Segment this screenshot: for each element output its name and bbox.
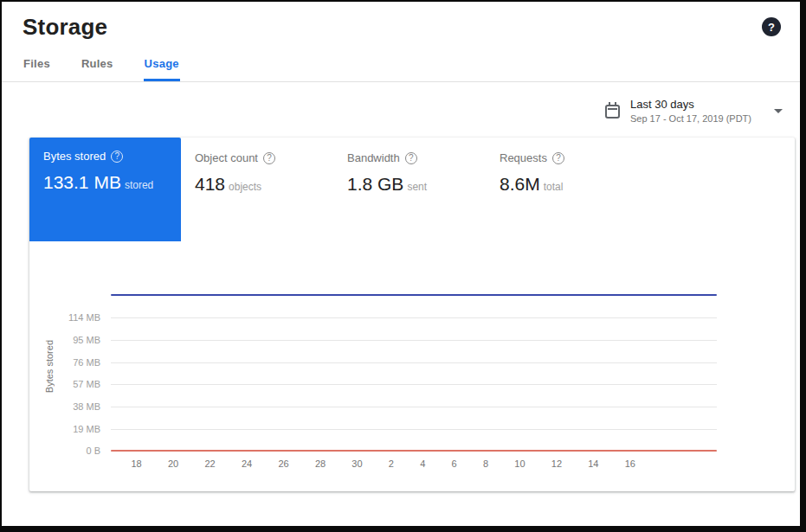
metric-help-icon[interactable]: ? <box>111 151 123 163</box>
chart-plot <box>111 281 717 451</box>
chart-gridline <box>111 340 717 341</box>
chart-gridline <box>111 384 717 385</box>
metric-label: Bandwidth <box>347 151 400 164</box>
tab-files[interactable]: Files <box>23 49 51 81</box>
y-tick-label: 76 MB <box>73 357 100 368</box>
x-tick-label: 10 <box>514 458 525 469</box>
x-tick-label: 8 <box>483 458 488 469</box>
chart-gridline <box>111 429 717 430</box>
metric-value: 1.8 GB <box>347 174 403 194</box>
date-range-label: Last 30 days <box>630 97 751 112</box>
metric-help-icon[interactable]: ? <box>263 152 275 164</box>
y-axis-title: Bytes stored <box>44 340 55 393</box>
y-tick-label: 38 MB <box>73 401 100 412</box>
metric-label-row: Bandwidth ? <box>347 151 472 164</box>
x-tick-label: 4 <box>420 458 425 469</box>
tab-bar: Files Rules Usage <box>2 49 800 82</box>
x-tick-label: 24 <box>242 458 252 469</box>
metric-card-requests[interactable]: Requests ? 8.6Mtotal <box>486 138 638 195</box>
x-tick-label: 30 <box>351 458 362 469</box>
y-tick-label: 114 MB <box>68 312 100 323</box>
x-tick-label: 18 <box>131 458 141 469</box>
usage-chart: Bytes stored 114 MB95 MB76 MB57 MB38 MB1… <box>40 281 717 469</box>
question-mark-icon: ? <box>768 21 775 34</box>
chart-body: Bytes stored 114 MB95 MB76 MB57 MB38 MB1… <box>40 281 717 451</box>
metric-label: Requests <box>500 151 547 164</box>
date-range-selector[interactable]: Last 30 days Sep 17 - Oct 17, 2019 (PDT) <box>630 97 751 125</box>
x-tick-label: 12 <box>551 458 562 469</box>
y-tick-label: 19 MB <box>73 424 100 434</box>
metric-value: 133.1 MB <box>43 172 121 192</box>
series-line-bytes-stored <box>111 294 717 296</box>
x-tick-label: 14 <box>588 458 598 469</box>
storage-page: Storage ? Files Rules Usage Last 30 days… <box>0 0 806 532</box>
metric-label-row: Requests ? <box>500 151 624 164</box>
metric-unit: stored <box>125 179 153 191</box>
x-tick-label: 20 <box>168 458 178 469</box>
metric-label: Object count <box>195 151 258 164</box>
metric-unit: objects <box>229 181 261 193</box>
toolbar: Last 30 days Sep 17 - Oct 17, 2019 (PDT) <box>2 82 800 138</box>
metric-label-row: Object count ? <box>195 151 319 164</box>
metric-value-row: 8.6Mtotal <box>500 174 624 195</box>
tab-rules[interactable]: Rules <box>81 49 114 81</box>
metric-value: 8.6M <box>500 174 540 194</box>
date-range-detail: Sep 17 - Oct 17, 2019 (PDT) <box>630 112 751 125</box>
usage-card: Bytes stored ? 133.1 MBstored Object cou… <box>29 138 795 491</box>
metric-unit: total <box>544 181 564 193</box>
chart-gridline <box>111 362 717 363</box>
help-button[interactable]: ? <box>762 17 781 36</box>
page-title: Storage <box>23 14 107 41</box>
metric-label-row: Bytes stored ? <box>43 150 167 163</box>
metric-card-bytes-stored[interactable]: Bytes stored ? 133.1 MBstored <box>29 138 181 241</box>
metric-card-bandwidth[interactable]: Bandwidth ? 1.8 GBsent <box>333 138 486 195</box>
x-tick-label: 16 <box>625 458 635 469</box>
metric-value-row: 1.8 GBsent <box>347 174 472 195</box>
chart-gridline <box>111 407 717 407</box>
x-tick-label: 22 <box>204 458 215 469</box>
metric-unit: sent <box>407 181 427 193</box>
x-tick-label: 6 <box>452 458 457 469</box>
metric-tabs: Bytes stored ? 133.1 MBstored Object cou… <box>29 138 795 241</box>
x-tick-label: 28 <box>315 458 326 469</box>
metric-value: 418 <box>195 174 225 194</box>
calendar-icon <box>605 105 620 119</box>
x-tick-label: 2 <box>389 458 394 469</box>
y-axis-title-column: Bytes stored <box>40 281 59 451</box>
tab-usage[interactable]: Usage <box>144 49 180 81</box>
chart-gridline <box>111 317 717 318</box>
y-tick-label: 95 MB <box>73 335 100 345</box>
y-tick-label: 57 MB <box>73 379 100 389</box>
metric-card-object-count[interactable]: Object count ? 418objects <box>181 138 333 195</box>
x-tick-label: 26 <box>278 458 288 469</box>
metric-help-icon[interactable]: ? <box>552 152 564 164</box>
page-header: Storage ? <box>2 2 800 41</box>
chart-y-labels: 114 MB95 MB76 MB57 MB38 MB19 MB0 B <box>59 281 111 451</box>
metric-value-row: 133.1 MBstored <box>43 172 167 193</box>
chart-x-labels: 18202224262830246810121416 <box>111 451 717 469</box>
chevron-down-icon[interactable] <box>774 109 783 113</box>
metric-value-row: 418objects <box>195 174 319 195</box>
metric-label: Bytes stored <box>43 150 106 163</box>
y-tick-label: 0 B <box>86 445 100 456</box>
metric-help-icon[interactable]: ? <box>405 152 417 164</box>
